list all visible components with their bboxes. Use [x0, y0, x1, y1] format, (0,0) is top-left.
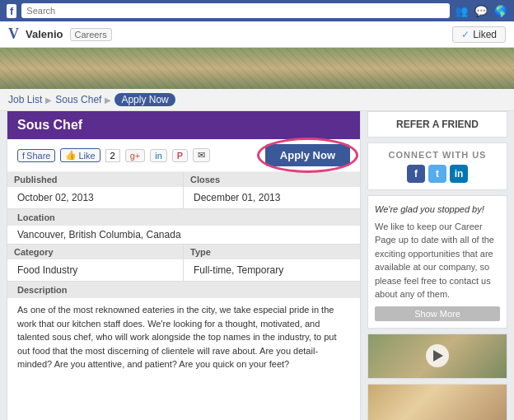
- show-more-button[interactable]: Show More: [375, 306, 500, 321]
- page-nav: V Valenio Careers ✓ Liked: [0, 21, 514, 48]
- video-thumbnail[interactable]: [367, 334, 507, 380]
- breadcrumb-sep-1: ▶: [45, 96, 52, 105]
- welcome-box: We're glad you stopped by! We like to ke…: [367, 195, 507, 329]
- chef-thumb-bg: [368, 385, 507, 420]
- friends-icon: 👥: [455, 5, 468, 17]
- page-name: Valenio: [26, 28, 63, 40]
- social-bar: f Share 👍 Like 2 g+ in P ✉ Apply Now: [7, 139, 360, 172]
- published-cell: Published October 02, 2013: [7, 172, 184, 208]
- closes-cell: Closes December 01, 2013: [184, 172, 360, 208]
- fb-search-input[interactable]: [21, 3, 450, 18]
- email-button[interactable]: ✉: [193, 148, 210, 162]
- breadcrumb-job-list[interactable]: Job List: [8, 94, 42, 105]
- description-label: Description: [7, 282, 360, 298]
- category-cell: Category Food Industry: [7, 245, 184, 281]
- breadcrumb-active: Apply Now: [114, 93, 175, 106]
- breadcrumb-sous-chef[interactable]: Sous Chef: [55, 94, 101, 105]
- chef-thumbnail: [367, 384, 507, 420]
- connect-linkedin-icon[interactable]: in: [450, 165, 468, 183]
- fb-like-icon: 👍: [65, 150, 77, 161]
- connect-icons: f t in: [375, 165, 500, 183]
- fb-share-icon: f: [22, 151, 25, 161]
- type-value: Full-time, Temporary: [194, 263, 350, 276]
- google-plus-button[interactable]: g+: [125, 149, 146, 162]
- published-label: Published: [7, 172, 183, 187]
- like-button[interactable]: 👍 Like: [60, 148, 100, 162]
- cover-photo: [0, 48, 514, 89]
- like-count: 2: [105, 149, 120, 162]
- right-column: REFER A FRIEND CONNECT WITH US f t in We…: [367, 111, 507, 420]
- job-title: Sous Chef: [17, 118, 82, 132]
- closes-value: December 01, 2013: [194, 190, 350, 203]
- messages-icon: 💬: [474, 5, 488, 17]
- connect-twitter-icon[interactable]: t: [428, 165, 446, 183]
- type-label: Type: [184, 245, 360, 259]
- job-title-bar: Sous Chef: [7, 111, 360, 139]
- refer-friend-label: REFER A FRIEND: [396, 119, 479, 130]
- published-value: October 02, 2013: [17, 190, 173, 203]
- share-button[interactable]: f Share: [17, 149, 55, 162]
- location-value: Vancouver, British Columbia, Canada: [7, 226, 360, 244]
- main-content: Sous Chef f Share 👍 Like 2 g+ in P ✉ App…: [0, 111, 514, 420]
- location-label: Location: [7, 209, 360, 226]
- linkedin-button[interactable]: in: [150, 149, 167, 162]
- refer-friend-box[interactable]: REFER A FRIEND: [367, 111, 507, 138]
- notifications-icon: 🌎: [494, 5, 507, 17]
- play-triangle-icon: [433, 350, 443, 362]
- fb-logo: f: [7, 4, 16, 18]
- breadcrumb: Job List ▶ Sous Chef ▶ Apply Now: [0, 89, 514, 111]
- apply-btn-wrap: Apply Now: [265, 144, 350, 166]
- category-value: Food Industry: [17, 263, 173, 276]
- apply-now-button[interactable]: Apply Now: [265, 144, 350, 166]
- breadcrumb-sep-2: ▶: [105, 96, 111, 105]
- connect-facebook-icon[interactable]: f: [407, 165, 425, 183]
- pinterest-button[interactable]: P: [172, 149, 188, 162]
- location-section: Location Vancouver, British Columbia, Ca…: [7, 209, 360, 245]
- fb-topbar: f 👥 💬 🌎: [0, 0, 514, 21]
- fb-topbar-icons: 👥 💬 🌎: [455, 5, 507, 17]
- welcome-title: We're glad you stopped by!: [375, 203, 500, 217]
- description-section: Description As one of the most reknowned…: [7, 282, 360, 376]
- category-type-grid: Category Food Industry Type Full-time, T…: [7, 245, 360, 282]
- page-logo: V: [8, 26, 19, 43]
- description-text: As one of the most reknowned eateries in…: [7, 298, 360, 376]
- closes-label: Closes: [184, 172, 360, 187]
- page-section-dropdown[interactable]: Careers: [70, 28, 112, 41]
- welcome-text: We like to keep our Career Page up to da…: [375, 220, 500, 301]
- published-closes-grid: Published October 02, 2013 Closes Decemb…: [7, 172, 360, 209]
- checkmark-icon: ✓: [461, 29, 470, 40]
- connect-box: CONNECT WITH US f t in: [367, 142, 507, 190]
- connect-label: CONNECT WITH US: [375, 150, 500, 160]
- type-cell: Type Full-time, Temporary: [184, 245, 360, 281]
- liked-label: Liked: [473, 29, 497, 40]
- liked-button[interactable]: ✓ Liked: [452, 26, 506, 43]
- category-label: Category: [7, 245, 183, 259]
- left-column: Sous Chef f Share 👍 Like 2 g+ in P ✉ App…: [7, 111, 361, 420]
